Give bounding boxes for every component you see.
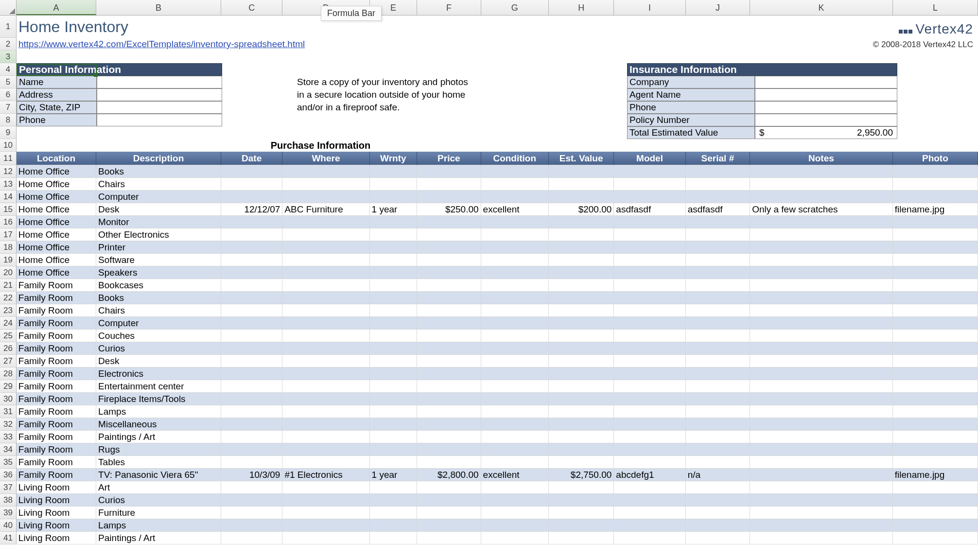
cell-photo[interactable]: filename.jpg <box>893 203 978 216</box>
insurance-input-1[interactable] <box>755 88 897 101</box>
row-header-37[interactable]: 37 <box>0 481 17 494</box>
cell-location[interactable]: Home Office <box>17 191 96 203</box>
table-row[interactable]: 26 Family Room Curios <box>0 342 978 355</box>
cell-photo[interactable] <box>893 456 978 469</box>
cell-photo[interactable] <box>893 191 978 203</box>
cell-description[interactable]: Lamps <box>96 519 221 532</box>
row-header-16[interactable]: 16 <box>0 216 17 228</box>
cell-photo[interactable] <box>893 519 978 532</box>
cell-photo[interactable] <box>893 393 978 405</box>
cell-wrnty[interactable] <box>370 380 418 393</box>
cell-serial[interactable] <box>686 481 750 494</box>
cell-condition[interactable] <box>481 165 549 178</box>
cell-est-value[interactable] <box>549 481 614 494</box>
row-header-18[interactable]: 18 <box>0 241 17 254</box>
row-header-35[interactable]: 35 <box>0 456 17 469</box>
table-row[interactable]: 23 Family Room Chairs <box>0 304 978 317</box>
row-header-4[interactable]: 4 <box>0 63 17 76</box>
cell-model[interactable] <box>614 405 685 418</box>
row-header-23[interactable]: 23 <box>0 304 17 317</box>
cell-notes[interactable] <box>750 418 893 431</box>
cell-location[interactable]: Family Room <box>17 355 96 368</box>
cell-condition[interactable] <box>481 216 549 228</box>
cell-where[interactable] <box>282 304 369 317</box>
cell-wrnty[interactable] <box>370 330 418 342</box>
row-header-9[interactable]: 9 <box>0 126 17 139</box>
cell-wrnty[interactable] <box>370 481 418 494</box>
cell-model[interactable] <box>614 228 685 241</box>
cell-notes[interactable] <box>750 368 893 380</box>
cell-price[interactable] <box>417 481 481 494</box>
col-header-G[interactable]: G <box>481 0 549 15</box>
cell-model[interactable]: asdfasdf <box>614 203 685 216</box>
cell-price[interactable] <box>417 507 481 519</box>
row-header-41[interactable]: 41 <box>0 532 17 544</box>
col-header-I[interactable]: I <box>614 0 685 15</box>
cell-description[interactable]: Books <box>96 165 221 178</box>
insurance-total-value[interactable]: $2,950.00 <box>755 126 897 139</box>
th-price[interactable]: Price <box>417 152 481 165</box>
cell-est-value[interactable] <box>549 266 614 279</box>
cell-where[interactable] <box>282 292 369 304</box>
cell-where[interactable] <box>282 355 369 368</box>
cell-photo[interactable] <box>893 266 978 279</box>
cell-date[interactable] <box>221 191 282 203</box>
cell-wrnty[interactable] <box>370 178 418 191</box>
cell-price[interactable] <box>417 330 481 342</box>
cell-serial[interactable] <box>686 330 750 342</box>
cell-date[interactable] <box>221 507 282 519</box>
cell-location[interactable]: Home Office <box>17 178 96 191</box>
cell-serial[interactable] <box>686 519 750 532</box>
row-header-3[interactable]: 3 <box>0 51 17 63</box>
cell-condition[interactable] <box>481 254 549 266</box>
cell-location[interactable]: Family Room <box>17 380 96 393</box>
cell-where[interactable] <box>282 393 369 405</box>
personal-input-0[interactable] <box>97 76 222 88</box>
table-row[interactable]: 27 Family Room Desk <box>0 355 978 368</box>
cell-model[interactable] <box>614 481 685 494</box>
cell-where[interactable] <box>282 165 369 178</box>
cell-location[interactable]: Family Room <box>17 418 96 431</box>
cell-location[interactable]: Family Room <box>17 317 96 330</box>
cell-where[interactable] <box>282 431 369 443</box>
cell-date[interactable] <box>221 330 282 342</box>
cell-date[interactable] <box>221 405 282 418</box>
cell-where[interactable] <box>282 368 369 380</box>
cell-est-value[interactable] <box>549 443 614 456</box>
cell-where[interactable]: ABC Furniture <box>282 203 369 216</box>
cell-est-value[interactable] <box>549 431 614 443</box>
cell-est-value[interactable]: $200.00 <box>549 203 614 216</box>
cell-notes[interactable] <box>750 228 893 241</box>
cell-description[interactable]: TV: Panasonic Viera 65" <box>96 469 221 481</box>
cell-serial[interactable] <box>686 494 750 507</box>
cell-notes[interactable] <box>750 292 893 304</box>
cell-date[interactable]: 12/12/07 <box>221 203 282 216</box>
cell-notes[interactable] <box>750 266 893 279</box>
cell-est-value[interactable] <box>549 317 614 330</box>
cell-serial[interactable] <box>686 165 750 178</box>
cell-notes[interactable] <box>750 507 893 519</box>
cell-serial[interactable] <box>686 431 750 443</box>
cell-model[interactable] <box>614 519 685 532</box>
cell-wrnty[interactable] <box>370 443 418 456</box>
cell-serial[interactable] <box>686 456 750 469</box>
cell-notes[interactable] <box>750 317 893 330</box>
insurance-input-0[interactable] <box>755 76 897 88</box>
cell-date[interactable] <box>221 431 282 443</box>
cell-description[interactable]: Paintings / Art <box>96 431 221 443</box>
cell-location[interactable]: Living Room <box>17 481 96 494</box>
cell-model[interactable] <box>614 292 685 304</box>
row-header-14[interactable]: 14 <box>0 191 17 203</box>
cell-description[interactable]: Curios <box>96 494 221 507</box>
cell-model[interactable] <box>614 304 685 317</box>
cell-where[interactable] <box>282 507 369 519</box>
cell-condition[interactable] <box>481 431 549 443</box>
cell-model[interactable] <box>614 254 685 266</box>
cell-price[interactable] <box>417 342 481 355</box>
cell-notes[interactable] <box>750 165 893 178</box>
cell-model[interactable] <box>614 330 685 342</box>
th-description[interactable]: Description <box>96 152 221 165</box>
col-header-K[interactable]: K <box>750 0 893 15</box>
cell-serial[interactable] <box>686 507 750 519</box>
cell-est-value[interactable] <box>549 178 614 191</box>
